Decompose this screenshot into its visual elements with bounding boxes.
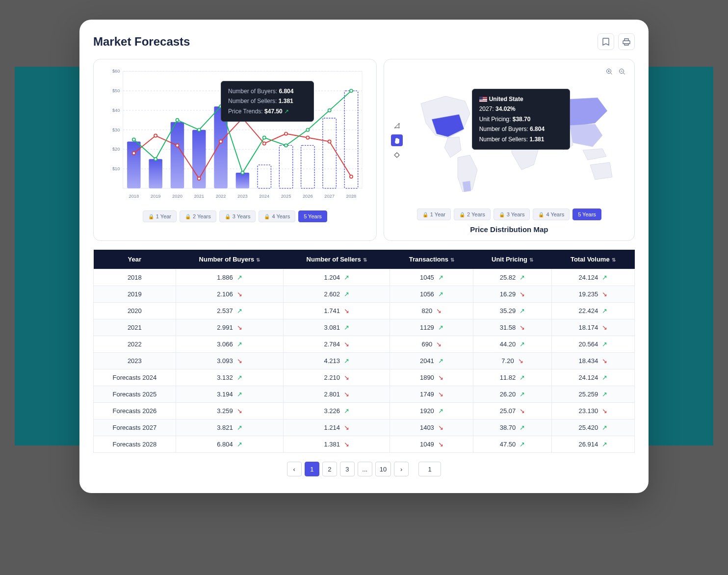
cell-buyers: 3.093↘: [176, 353, 283, 369]
svg-point-37: [176, 144, 179, 147]
page-goto-input[interactable]: 1: [418, 462, 441, 476]
lock-icon: 🔒: [538, 212, 544, 217]
svg-text:2028: 2028: [346, 194, 357, 199]
svg-point-42: [285, 132, 287, 135]
cell-year: 2023: [94, 353, 176, 369]
page-next-button[interactable]: ›: [394, 462, 409, 476]
trend-up-icon: ↗: [520, 441, 525, 448]
time-filter-2-years[interactable]: 🔒2 Years: [454, 209, 491, 220]
svg-point-54: [306, 129, 309, 131]
map-time-filters: 🔒1 Year🔒2 Years🔒3 Years🔒4 Years5 Years: [391, 209, 627, 220]
cell-vol: 20.564↗: [551, 336, 634, 353]
time-filter-1-year[interactable]: 🔒1 Year: [417, 209, 451, 220]
svg-text:2019: 2019: [151, 194, 161, 199]
bookmark-button[interactable]: [598, 33, 614, 50]
trend-down-icon: ↘: [602, 290, 607, 298]
zoom-out-button[interactable]: [617, 66, 627, 77]
lock-icon: 🔒: [225, 214, 231, 219]
cell-unit: 25.07↘: [473, 403, 551, 419]
col-header[interactable]: Number of Sellers⇅: [284, 250, 390, 269]
col-header[interactable]: Transactions⇅: [390, 250, 473, 269]
time-filter-3-years[interactable]: 🔒3 Years: [494, 209, 530, 220]
cell-buyers: 3.066↗: [176, 336, 283, 353]
cell-year: Forecasts 2026: [94, 403, 176, 419]
svg-text:2024: 2024: [259, 194, 269, 199]
map-tooltip: United State 2027: 34.02% Unit Pricing: …: [472, 89, 570, 150]
cell-trans: 1403↘: [390, 419, 473, 436]
table-row: Forecasts 20243.132↗2.210↘1890↘11.82↗24.…: [94, 369, 635, 386]
svg-point-44: [328, 140, 331, 143]
svg-text:2027: 2027: [324, 194, 335, 199]
zoom-in-button[interactable]: [604, 66, 615, 77]
cell-year: 2020: [94, 303, 176, 319]
sort-icon: ⇅: [363, 257, 367, 262]
sort-icon: ⇅: [256, 257, 260, 262]
hand-icon: [393, 137, 400, 144]
sort-icon: ⇅: [529, 257, 533, 262]
page-prev-button[interactable]: ‹: [287, 462, 302, 476]
page-2[interactable]: 2: [322, 462, 337, 476]
lock-icon: 🔒: [148, 214, 154, 219]
svg-point-35: [132, 152, 135, 155]
cell-sellers: 2.602↗: [284, 286, 390, 303]
map-pointer-tool[interactable]: [391, 120, 403, 131]
svg-text:2018: 2018: [129, 194, 139, 199]
col-header[interactable]: Total Volume⇅: [551, 250, 634, 269]
sort-icon: ⇅: [612, 257, 616, 262]
pointer-icon: [393, 122, 400, 129]
svg-point-53: [285, 144, 287, 147]
trend-up-icon: ↗: [237, 391, 242, 398]
trend-down-icon: ↘: [602, 407, 607, 415]
cell-sellers: 3.226↗: [284, 403, 390, 419]
time-filter-1-year[interactable]: 🔒1 Year: [143, 210, 177, 222]
cell-sellers: 2.210↘: [284, 369, 390, 386]
map-crosshair-tool[interactable]: [391, 149, 403, 161]
cell-sellers: 2.801↘: [284, 386, 390, 403]
svg-text:2023: 2023: [237, 194, 248, 199]
table-row: 20181.886↗1.204↗1045↗25.82↗24.124↗: [94, 269, 635, 286]
trend-down-icon: ↘: [344, 391, 349, 398]
svg-point-52: [263, 136, 266, 139]
svg-point-51: [241, 171, 244, 174]
cell-trans: 820↘: [390, 303, 473, 319]
time-filter-2-years[interactable]: 🔒2 Years: [180, 210, 216, 222]
forecast-table: YearNumber of Buyers⇅Number of Sellers⇅T…: [93, 250, 635, 453]
cell-vol: 22.424↗: [551, 303, 634, 319]
printer-icon: [623, 38, 630, 46]
print-button[interactable]: [618, 33, 635, 50]
svg-point-56: [350, 89, 353, 92]
cell-sellers: 1.741↘: [284, 303, 390, 319]
page-1[interactable]: 1: [305, 462, 319, 476]
time-filter-5-years[interactable]: 5 Years: [572, 209, 601, 220]
svg-rect-20: [279, 145, 292, 188]
page-10[interactable]: 10: [375, 462, 391, 476]
forecast-chart[interactable]: $10$20$30$40$50$602018201920202021202220…: [101, 66, 369, 204]
svg-point-39: [219, 140, 222, 143]
trend-up-icon: ↗: [438, 407, 443, 415]
svg-point-38: [198, 177, 201, 180]
table-row: 20233.093↘4.213↗2041↗7.20↘18.434↘: [94, 353, 635, 369]
svg-text:2026: 2026: [303, 194, 313, 199]
col-header[interactable]: Unit Pricing⇅: [473, 250, 551, 269]
svg-point-46: [132, 138, 135, 141]
map-hand-tool[interactable]: [391, 134, 403, 146]
table-row: 20202.537↗1.741↘820↘35.29↗22.424↗: [94, 303, 635, 319]
cell-buyers: 6.804↗: [176, 436, 283, 453]
cell-unit: 25.82↗: [473, 269, 551, 286]
time-filter-4-years[interactable]: 🔒4 Years: [259, 210, 295, 222]
us-flag-icon: [479, 97, 487, 102]
page-3[interactable]: 3: [340, 462, 355, 476]
svg-text:$20: $20: [112, 147, 120, 152]
trend-down-icon: ↘: [237, 324, 242, 331]
time-filter-5-years[interactable]: 5 Years: [298, 210, 327, 222]
cell-unit: 38.70↗: [473, 419, 551, 436]
world-map[interactable]: United State 2027: 34.02% Unit Pricing: …: [391, 79, 627, 202]
cell-year: Forecasts 2025: [94, 386, 176, 403]
time-filter-3-years[interactable]: 🔒3 Years: [219, 210, 256, 222]
trend-up-icon: ↗: [237, 441, 242, 448]
svg-rect-19: [258, 165, 271, 188]
cell-vol: 25.259↗: [551, 386, 634, 403]
svg-point-49: [198, 129, 201, 131]
time-filter-4-years[interactable]: 🔒4 Years: [533, 209, 570, 220]
col-header[interactable]: Number of Buyers⇅: [176, 250, 283, 269]
